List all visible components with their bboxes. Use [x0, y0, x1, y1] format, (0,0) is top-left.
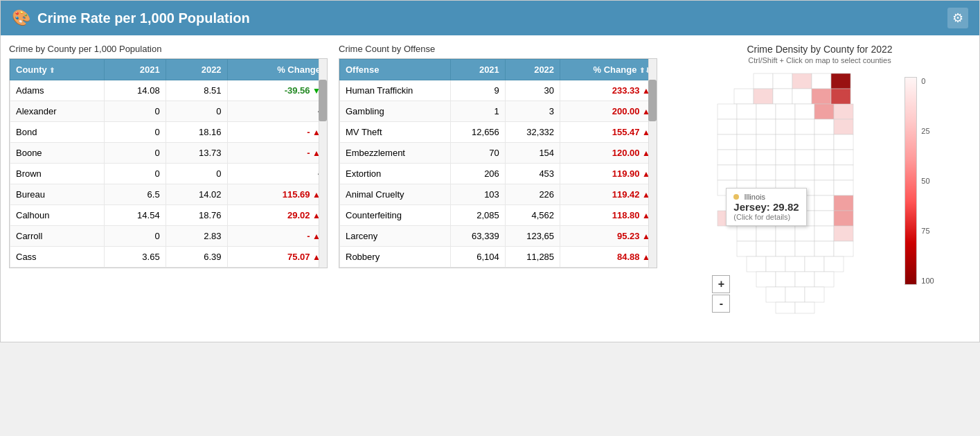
zoom-out-button[interactable]: -: [712, 295, 730, 313]
svg-rect-15: [795, 104, 814, 119]
svg-rect-65: [834, 211, 853, 226]
svg-rect-40: [737, 165, 756, 180]
county-name: Bureau: [10, 184, 105, 205]
svg-rect-66: [737, 226, 756, 241]
svg-rect-93: [831, 89, 850, 104]
svg-rect-3: [812, 73, 831, 89]
offense-table-header: Offense 2021 2022 % Change ⬆⬇: [340, 60, 657, 80]
offense-scrollbar-thumb[interactable]: [648, 80, 657, 121]
svg-rect-21: [776, 119, 795, 134]
main-content: Crime by County per 1,000 Population Cou…: [1, 35, 979, 342]
svg-rect-85: [795, 272, 814, 287]
svg-rect-39: [718, 165, 737, 180]
county-2022: 0: [166, 101, 227, 122]
county-scrollbar-thumb[interactable]: [319, 80, 327, 121]
county-2021: 0: [104, 143, 166, 164]
svg-rect-1: [773, 73, 792, 89]
table-row: Bureau 6.5 14.02 115.69 ▲: [10, 184, 327, 205]
county-scrollbar[interactable]: [319, 59, 327, 268]
svg-rect-83: [756, 272, 776, 287]
svg-rect-42: [776, 165, 795, 180]
color-scale: 0 25 50 75 100: [905, 77, 934, 285]
county-2022: 18.76: [166, 205, 227, 226]
svg-rect-79: [766, 256, 785, 272]
table-row: Human Traffickin 9 30 233.33 ▲: [340, 80, 657, 101]
offense-2022: 226: [505, 184, 560, 205]
county-2021: 0: [104, 122, 166, 143]
map-subtitle: Ctrl/Shift + Click on map to select coun…: [748, 56, 891, 64]
offense-2021: 70: [450, 143, 505, 164]
county-change: 29.02 ▲: [227, 205, 326, 226]
offense-2021: 63,339: [450, 226, 505, 247]
settings-button[interactable]: ⚙: [947, 8, 968, 28]
county-2021: 0: [104, 226, 166, 247]
change-col-header[interactable]: % Change: [227, 60, 326, 80]
svg-rect-18: [718, 119, 737, 134]
svg-rect-31: [834, 134, 853, 150]
county-change: 75.07 ▲: [227, 247, 326, 268]
offense-change: 119.90 ▲: [560, 164, 657, 184]
scale-labels: 0 25 50 75 100: [921, 77, 934, 285]
svg-rect-67: [756, 226, 776, 241]
map-container: .c-white { fill: #ffffff; stroke: #ccc; …: [705, 70, 934, 333]
svg-rect-25: [718, 134, 737, 150]
y2021-col-header[interactable]: 2021: [104, 60, 166, 80]
offense-2021: 2,085: [450, 205, 505, 226]
table-row: Counterfeiting 2,085 4,562 118.80 ▲: [340, 205, 657, 226]
svg-rect-30: [814, 134, 834, 150]
county-table-wrapper[interactable]: County ⬆ 2021 2022 % Change Adams 14.08 …: [9, 58, 328, 268]
svg-rect-13: [756, 104, 776, 119]
svg-rect-35: [776, 150, 795, 165]
county-2021: 6.5: [104, 184, 166, 205]
svg-rect-91: [795, 302, 814, 313]
svg-rect-7: [773, 89, 792, 104]
scale-label-0: 0: [921, 77, 934, 85]
offense-name: MV Theft: [340, 122, 451, 143]
svg-rect-77: [834, 241, 853, 256]
offense-2021: 103: [450, 184, 505, 205]
offense-2021: 6,104: [450, 247, 505, 268]
svg-rect-2: [792, 73, 812, 89]
offense-change: 119.42 ▲: [560, 184, 657, 205]
offense-y2022-header[interactable]: 2022: [505, 60, 560, 80]
svg-rect-52: [834, 180, 853, 195]
svg-rect-74: [776, 241, 795, 256]
table-row: Brown 0 0 -: [10, 164, 327, 184]
county-2021: 14.54: [104, 205, 166, 226]
offense-change-header[interactable]: % Change ⬆⬇: [560, 60, 657, 80]
offense-col-header[interactable]: Offense: [340, 60, 451, 80]
svg-rect-28: [776, 134, 795, 150]
illinois-map-area[interactable]: .c-white { fill: #ffffff; stroke: #ccc; …: [705, 70, 899, 333]
svg-rect-34: [756, 150, 776, 165]
svg-rect-82: [824, 256, 844, 272]
offense-name: Larceny: [340, 226, 451, 247]
county-name: Carroll: [10, 226, 105, 247]
offense-2022: 11,285: [505, 247, 560, 268]
county-name: Alexander: [10, 101, 105, 122]
svg-rect-17: [834, 104, 853, 119]
y2022-col-header[interactable]: 2022: [166, 60, 227, 80]
offense-2022: 453: [505, 164, 560, 184]
county-2022: 18.16: [166, 122, 227, 143]
table-row: Cass 3.65 6.39 75.07 ▲: [10, 247, 327, 268]
svg-rect-41: [756, 165, 776, 180]
svg-rect-22: [795, 119, 814, 134]
offense-2021: 206: [450, 164, 505, 184]
svg-rect-44: [814, 165, 834, 180]
tooltip-county: Jersey: 29.82: [733, 201, 799, 213]
offense-2021: 9: [450, 80, 505, 101]
svg-rect-87: [766, 287, 785, 302]
dashboard: 🎨 Crime Rate per 1,000 Population ⚙ Crim…: [0, 0, 980, 342]
svg-rect-5: [734, 89, 754, 104]
county-name: Adams: [10, 80, 105, 101]
table-row: MV Theft 12,656 32,332 155.47 ▲: [340, 122, 657, 143]
svg-rect-14: [776, 104, 795, 119]
table-row: Adams 14.08 8.51 -39.56 ▼: [10, 80, 327, 101]
county-col-header[interactable]: County ⬆: [10, 60, 105, 80]
offense-table-wrapper[interactable]: Offense 2021 2022 % Change ⬆⬇ Human Traf…: [339, 58, 657, 268]
zoom-in-button[interactable]: +: [712, 275, 730, 293]
page-title: Crime Rate per 1,000 Population: [37, 10, 250, 26]
offense-y2021-header[interactable]: 2021: [450, 60, 505, 80]
offense-2021: 12,656: [450, 122, 505, 143]
offense-scrollbar[interactable]: [648, 59, 657, 268]
